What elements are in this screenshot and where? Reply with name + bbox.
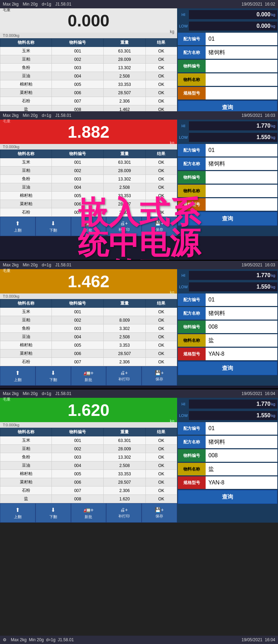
spec-label-3: 规格型号 [178, 348, 206, 360]
right-section-2: HI 1.770 kg LOW 1.550 kg [177, 120, 278, 236]
spec-value-1 [206, 87, 277, 99]
btn-newbatch-3[interactable]: 🚛+新批 [71, 366, 106, 386]
btn-up-4[interactable]: 上翻 [0, 503, 35, 523]
table-row: 豆粕00228.009OK [0, 445, 177, 453]
col-header-weight-3: 重量 [103, 299, 145, 308]
table-row: 鱼粉00313.302OK [0, 453, 177, 461]
overlay-line3: 的更 [109, 258, 170, 261]
btn-save-4[interactable]: 💾+保存 [142, 503, 177, 523]
panel-2: Max 2kg Min 20g d=1g J1.58.01 19/05/2021… [0, 111, 278, 261]
data-table-4: 物料名称 物料编号 重量 结果 玉米00163.301OK 豆粕00228.00… [0, 428, 177, 503]
table-row: 豆油0042.508OK [0, 72, 177, 80]
table-row: 豆粕00228.009OK [0, 167, 177, 175]
right-section-3: HI 1.770 kg LOW 1.550 kg [177, 269, 278, 386]
low-unit-1: kg [271, 24, 275, 28]
material-name-label-2: 物料名称 [178, 185, 206, 197]
material-code-value-4: 008 [206, 449, 277, 462]
header-left-1: Max 2kg Min 20g d=1g J1.58.01 [3, 2, 71, 7]
table-row: 棉籽粕00533.353OK [0, 80, 177, 89]
newbatch-icon-4: 🚛+ [84, 507, 94, 513]
material-name-label-4: 物料名称 [178, 463, 206, 475]
btn-down-4[interactable]: 下翻 [35, 503, 71, 523]
btn-bar-2: 上翻 下翻 🚛+新批 🖨+补打印 💾+保存 [0, 217, 177, 236]
table-row: 棉籽粕00533.353OK [0, 470, 177, 478]
btn-newbatch-4[interactable]: 🚛+新批 [71, 503, 106, 523]
panel-content-2: 毛重 1.882 kg T:0.000kg 物料名称 物料编号 重量 结果 [0, 120, 278, 236]
query-btn-3[interactable]: 查询 [178, 361, 277, 375]
weight-value-2: 1.882 [3, 124, 174, 140]
version-1: J1.58.01 [55, 2, 71, 7]
formula-label-1: 配方编号 [178, 33, 206, 45]
btn-newbatch-2[interactable]: 🚛+新批 [71, 217, 106, 236]
arrow-up-icon-2 [15, 220, 20, 227]
material-name-value-2 [206, 185, 277, 197]
table-row: 玉米00163.301OK [0, 47, 177, 55]
table-row: 鱼粉00313.302OK [0, 64, 177, 72]
save-icon-2: 💾+ [155, 220, 164, 226]
table-row: 豆油0042.508OK [0, 333, 177, 341]
material-code-value-2 [206, 171, 277, 184]
weight-value-3: 1.462 [3, 273, 174, 290]
left-section-4: 毛重 1.620 kg T:0.000kg 物料名称 物料编号 重量 结果 [0, 398, 177, 523]
table-row: 盐0081.620OK [0, 495, 177, 503]
table-row: 菜籽粕00628.507OK [0, 349, 177, 358]
formula-name-label-3: 配方名称 [178, 307, 206, 320]
table-row: 棉籽粕00533.353OK [0, 192, 177, 200]
btn-save-3[interactable]: 💾+保存 [142, 366, 177, 386]
material-name-value-4: 盐 [206, 463, 277, 475]
btn-up-2[interactable]: 上翻 [0, 217, 35, 236]
data-table-1: 物料名称 物料编号 重量 结果 玉米00163.301OK 豆粕00228.00… [0, 38, 177, 114]
btn-down-2[interactable]: 下翻 [35, 217, 71, 236]
min-weight-1: Min 20g [23, 2, 38, 7]
query-btn-4[interactable]: 查询 [178, 490, 277, 504]
formula-label-4: 配方编号 [178, 422, 206, 435]
col-header-result-1: 结果 [145, 39, 177, 47]
min-weight-3: Min 20g [23, 263, 38, 267]
weight-unit-4: kg [3, 419, 174, 424]
btn-bar-4: 上翻 下翻 🚛+新批 🖨+补打印 💾+保存 [0, 503, 177, 523]
query-btn-2[interactable]: 查询 [178, 212, 277, 226]
btn-print-2[interactable]: 🖨+补打印 [106, 217, 142, 236]
btn-save-2[interactable]: 💾+保存 [142, 217, 177, 236]
formula-value-4: 01 [206, 422, 277, 435]
newbatch-icon-3: 🚛+ [84, 370, 94, 376]
weight-value-1: 0.000 [3, 13, 174, 29]
max-weight-3: Max 2kg [3, 263, 18, 267]
col-header-weight-1: 重量 [103, 39, 145, 47]
division-3: d=1g [42, 263, 51, 267]
spec-label-2: 规格型号 [178, 198, 206, 211]
print-icon-3: 🖨+ [120, 370, 128, 376]
col-header-name-3: 物料名称 [0, 299, 52, 308]
btn-print-3[interactable]: 🖨+补打印 [106, 366, 142, 386]
spec-label-1: 规格型号 [178, 87, 206, 99]
formula-label-3: 配方编号 [178, 293, 206, 306]
panel-content-3: 毛重 1.462 kg T:0.000kg 物料名称 物料编号 重量 结果 [0, 269, 278, 386]
material-code-label-2: 物料编号 [178, 171, 206, 184]
table-row: 石粉0072.306OK [0, 486, 177, 495]
panel-4: Max 2kg Min 20g d=1g J1.58.01 19/05/2021… [0, 389, 278, 518]
table-row: 鱼粉00313.302OK [0, 175, 177, 183]
newbatch-icon-2: 🚛+ [84, 220, 94, 227]
weight-unit-1: kg [3, 29, 174, 34]
col-header-name-4: 物料名称 [0, 428, 52, 436]
formula-name-value-4: 猪饲料 [206, 436, 277, 448]
bottom-status-bar: ⚙ Max 2kg Min 20g d=1g J1.58.01 19/05/20… [0, 636, 278, 644]
table-row: 菜籽粕00628.507OK [0, 89, 177, 97]
datetime-1: 19/05/2021 16:02 [241, 2, 275, 7]
table-row: 玉米00163.301OK [0, 436, 177, 445]
datetime-4: 19/05/2021 16:04 [241, 391, 275, 396]
data-table-2: 物料名称 物料编号 重量 结果 玉米00163.301OK 豆粕00228.00… [0, 150, 177, 217]
max-weight-1: Max 2kg [3, 2, 18, 7]
material-name-label-1: 物料名称 [178, 73, 206, 86]
table-row: 豆油0042.508OK [0, 183, 177, 192]
arrow-up-icon-4 [15, 507, 20, 513]
left-section-3: 毛重 1.462 kg T:0.000kg 物料名称 物料编号 重量 结果 [0, 269, 177, 386]
weight-unit-2: kg [3, 140, 174, 145]
col-header-name-1: 物料名称 [0, 39, 52, 47]
btn-print-4[interactable]: 🖨+补打印 [106, 503, 142, 523]
formula-value-2: 01 [206, 144, 277, 156]
table-row: 豆粕0028.009OK [0, 316, 177, 324]
left-section-2: 毛重 1.882 kg T:0.000kg 物料名称 物料编号 重量 结果 [0, 120, 177, 236]
btn-up-3[interactable]: 上翻 [0, 366, 35, 386]
btn-down-3[interactable]: 下翻 [35, 366, 71, 386]
